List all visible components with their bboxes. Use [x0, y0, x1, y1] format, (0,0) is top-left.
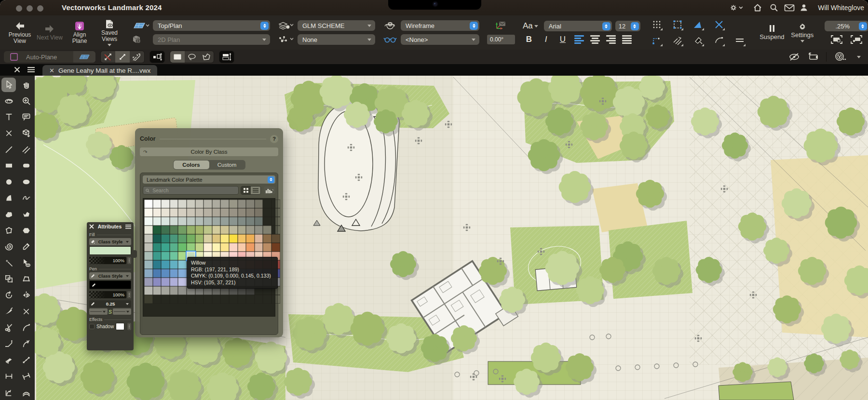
selection-tool[interactable] [1, 78, 16, 92]
angular-dimension-tool[interactable] [17, 368, 35, 385]
style-link-icon[interactable]: S [108, 309, 112, 315]
color-swatch[interactable] [161, 208, 170, 217]
color-swatch[interactable] [246, 234, 255, 243]
smart-points-button[interactable] [651, 34, 663, 47]
color-swatch[interactable] [153, 226, 162, 234]
color-swatch[interactable] [153, 243, 162, 252]
zoom-tool[interactable] [17, 93, 35, 109]
color-swatch[interactable] [229, 208, 238, 217]
flyover-tool[interactable] [0, 93, 17, 109]
color-swatch[interactable] [229, 234, 238, 243]
mail-icon[interactable] [784, 3, 795, 12]
fit-to-objects-button[interactable] [830, 35, 843, 44]
color-swatch[interactable] [212, 234, 221, 243]
color-swatch[interactable] [229, 200, 238, 208]
line-weight-dropdown[interactable]: 0.25 [89, 300, 131, 307]
palette-flyout-tab[interactable] [132, 250, 137, 258]
color-swatch[interactable] [203, 217, 212, 226]
color-swatch[interactable] [144, 252, 153, 260]
reshape-tool[interactable] [17, 271, 35, 287]
chamfer-tool[interactable] [0, 336, 17, 352]
snap-distribute-button[interactable] [733, 34, 746, 47]
render-mode-drop[interactable]: Wireframe [401, 20, 479, 31]
swatch-options-button[interactable] [264, 187, 275, 194]
color-swatch[interactable] [220, 200, 229, 208]
align-justify-button[interactable] [622, 35, 632, 44]
color-swatch[interactable] [246, 208, 255, 217]
tab-close-icon[interactable]: ✕ [49, 67, 54, 74]
color-swatch[interactable] [178, 226, 187, 234]
fill-color-swatch[interactable] [89, 246, 131, 255]
zoom-level-dropdown[interactable]: .25% [825, 21, 868, 31]
color-swatch[interactable] [255, 234, 263, 243]
color-swatch[interactable] [195, 217, 204, 226]
color-swatch[interactable] [238, 217, 246, 226]
color-swatch[interactable] [246, 226, 255, 234]
color-swatch[interactable] [178, 278, 187, 286]
color-swatch[interactable] [203, 226, 212, 234]
color-swatch[interactable] [144, 286, 153, 295]
working-plane-icon[interactable] [132, 21, 149, 30]
swatch-search-field[interactable] [143, 186, 239, 195]
shadow-options-icon[interactable] [127, 323, 131, 330]
dropdown-stepper-icon[interactable] [859, 22, 867, 30]
search-icon[interactable] [770, 3, 778, 12]
color-swatch[interactable] [144, 260, 153, 269]
single-object-scale-mode[interactable] [115, 51, 130, 63]
select-similar-tool[interactable] [17, 255, 35, 271]
color-swatch[interactable] [187, 226, 195, 234]
opacity-options-icon[interactable] [127, 291, 131, 298]
pen-color-swatch[interactable] [89, 280, 131, 289]
polygon-selection-mode[interactable] [199, 51, 214, 63]
palette-menu-icon[interactable] [27, 66, 35, 73]
color-swatch[interactable] [144, 278, 153, 286]
pen-style-dropdown[interactable]: Class Style [89, 272, 131, 280]
search-input[interactable] [151, 187, 236, 194]
render-settings-icon[interactable] [132, 35, 149, 44]
freehand-tool[interactable] [17, 190, 35, 206]
font-size-dropdown[interactable]: 12 [615, 21, 640, 31]
color-swatch[interactable] [170, 286, 178, 295]
align-left-button[interactable] [574, 35, 584, 44]
chevron-down-icon[interactable] [857, 56, 861, 58]
help-button[interactable]: ? [270, 135, 278, 143]
color-swatch[interactable] [229, 226, 238, 234]
color-swatch[interactable] [170, 252, 178, 260]
multiple-object-scale-mode[interactable] [130, 51, 144, 63]
layer-options-icon[interactable] [278, 35, 294, 44]
color-swatch[interactable] [170, 234, 178, 243]
add-annotation-icon[interactable] [807, 52, 819, 62]
marker-style-dropdown[interactable] [113, 308, 131, 315]
color-swatch[interactable] [153, 252, 162, 260]
color-swatch[interactable] [220, 243, 229, 252]
color-swatch[interactable] [195, 226, 204, 234]
color-swatch[interactable] [178, 260, 187, 269]
color-swatch[interactable] [144, 208, 153, 217]
color-swatch[interactable] [238, 234, 246, 243]
layer-filter-dropdown[interactable]: None [298, 34, 375, 45]
color-swatch[interactable] [187, 243, 195, 252]
color-swatch[interactable] [178, 234, 187, 243]
color-swatch[interactable] [161, 200, 170, 208]
fill-style-dropdown[interactable]: Class Style [89, 238, 131, 245]
resize-preferences-button[interactable] [150, 51, 164, 63]
color-swatch[interactable] [212, 217, 221, 226]
color-swatch[interactable] [161, 252, 170, 260]
list-view-button[interactable] [251, 187, 260, 194]
color-swatch[interactable] [220, 226, 229, 234]
rectangle-tool[interactable] [0, 158, 17, 174]
split-tool[interactable] [0, 320, 17, 336]
color-swatch[interactable] [161, 269, 170, 278]
color-swatch[interactable] [170, 278, 178, 286]
dropdown-stepper-icon[interactable] [602, 22, 610, 30]
polygon-tool[interactable] [17, 206, 35, 223]
tab-colors[interactable]: Colors [174, 160, 209, 169]
snap-loci-button[interactable] [692, 34, 705, 47]
close-icon[interactable] [89, 224, 94, 229]
color-swatch[interactable] [246, 200, 255, 208]
color-swatch[interactable] [144, 269, 153, 278]
color-swatch[interactable] [161, 226, 170, 234]
bold-button[interactable]: B [524, 35, 534, 44]
color-swatch[interactable] [178, 208, 187, 217]
home-icon[interactable] [753, 3, 762, 12]
